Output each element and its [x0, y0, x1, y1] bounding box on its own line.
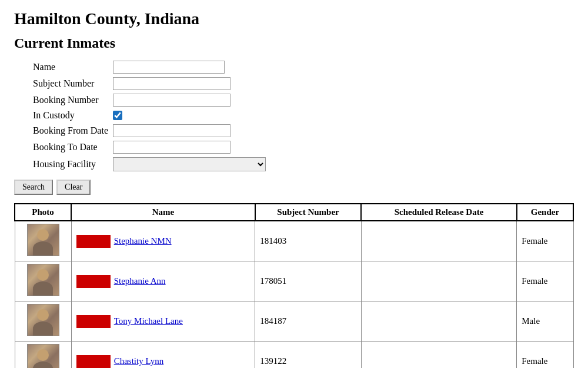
subject-number-field-row: Subject Number: [33, 77, 574, 90]
photo-cell: [15, 221, 71, 261]
subject-number-cell: 178051: [255, 261, 361, 301]
subject-number-label: Subject Number: [33, 78, 109, 89]
table-row: Chastity Lynn139122Female: [15, 342, 573, 369]
name-redaction-bar: [76, 275, 111, 288]
section-title: Current Inmates: [14, 35, 574, 51]
gender-cell: Female: [517, 261, 573, 301]
scheduled-release-cell: [361, 342, 517, 369]
booking-number-label: Booking Number: [33, 95, 109, 105]
name-input[interactable]: [113, 61, 225, 74]
inmate-name-link[interactable]: Stephanie NMN: [114, 236, 172, 246]
name-label: Name: [33, 62, 109, 72]
col-header-subject: Subject Number: [255, 204, 361, 221]
search-form: Name Subject Number Booking Number In Cu…: [14, 61, 574, 171]
table-row: Stephanie Ann178051Female: [15, 261, 573, 301]
booking-to-field-row: Booking To Date: [33, 141, 574, 154]
col-header-release: Scheduled Release Date: [361, 204, 517, 221]
scheduled-release-cell: [361, 221, 517, 261]
name-redaction-bar: [76, 315, 111, 328]
booking-number-field-row: Booking Number: [33, 94, 574, 107]
housing-facility-field-row: Housing Facility Facility A Facility B F…: [33, 157, 574, 171]
housing-facility-select[interactable]: Facility A Facility B Facility C: [113, 157, 266, 171]
booking-to-label: Booking To Date: [33, 142, 109, 152]
booking-number-input[interactable]: [113, 94, 230, 107]
housing-facility-label: Housing Facility: [33, 159, 109, 170]
subject-number-cell: 184187: [255, 301, 361, 342]
inmate-photo: [27, 224, 59, 256]
subject-number-cell: 139122: [255, 342, 361, 369]
subject-number-input[interactable]: [113, 77, 230, 90]
subject-number-cell: 181403: [255, 221, 361, 261]
scheduled-release-cell: [361, 261, 517, 301]
scheduled-release-cell: [361, 301, 517, 342]
photo-cell: [15, 261, 71, 301]
inmate-photo: [27, 264, 59, 296]
table-row: Stephanie NMN181403Female: [15, 221, 573, 261]
col-header-photo: Photo: [15, 204, 71, 221]
button-row: Search Clear: [14, 180, 574, 195]
name-redaction-bar: [76, 235, 111, 248]
inmate-photo: [27, 304, 59, 336]
name-cell: Tony Michael Lane: [71, 301, 255, 342]
gender-cell: Male: [517, 301, 573, 342]
table-row: Tony Michael Lane184187Male: [15, 301, 573, 342]
name-field-row: Name: [33, 61, 574, 74]
booking-to-input[interactable]: [113, 141, 230, 154]
in-custody-field-row: In Custody: [33, 110, 574, 121]
photo-cell: [15, 301, 71, 342]
name-cell: Stephanie NMN: [71, 221, 255, 261]
name-redaction-bar: [76, 355, 111, 368]
in-custody-checkbox[interactable]: [113, 111, 122, 120]
page-title: Hamilton County, Indiana: [14, 9, 574, 28]
results-table: Photo Name Subject Number Scheduled Rele…: [14, 203, 574, 368]
table-header-row: Photo Name Subject Number Scheduled Rele…: [15, 204, 573, 221]
booking-from-input[interactable]: [113, 124, 230, 137]
gender-cell: Female: [517, 221, 573, 261]
inmate-name-link[interactable]: Tony Michael Lane: [114, 316, 183, 326]
clear-button[interactable]: Clear: [56, 180, 91, 195]
col-header-gender: Gender: [517, 204, 573, 221]
photo-cell: [15, 342, 71, 369]
gender-cell: Female: [517, 342, 573, 369]
booking-from-label: Booking From Date: [33, 125, 109, 136]
inmate-photo: [27, 344, 59, 368]
in-custody-label: In Custody: [33, 110, 109, 121]
search-button[interactable]: Search: [14, 180, 53, 195]
name-cell: Chastity Lynn: [71, 342, 255, 369]
inmate-name-link[interactable]: Chastity Lynn: [114, 356, 164, 366]
name-cell: Stephanie Ann: [71, 261, 255, 301]
inmate-name-link[interactable]: Stephanie Ann: [114, 276, 166, 286]
col-header-name: Name: [71, 204, 255, 221]
booking-from-field-row: Booking From Date: [33, 124, 574, 137]
